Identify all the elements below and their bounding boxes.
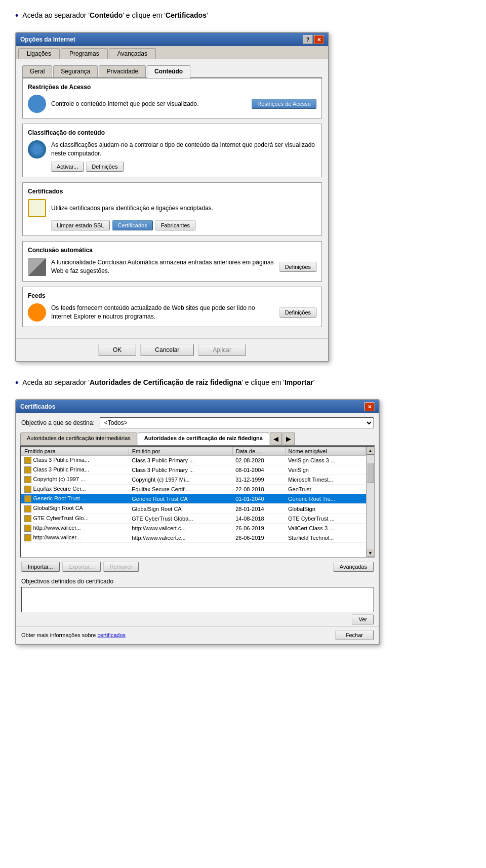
opcoes-internet-dialog: Opções da Internet ? ✕ Ligações Programa…	[15, 32, 329, 362]
cert-action-row: Importar... Exportar... Remover Avançada…	[16, 558, 379, 576]
col-nome[interactable]: Nome amigável	[285, 447, 366, 456]
dialog2-titlebar-buttons[interactable]: ✕	[364, 402, 375, 411]
ver-btn[interactable]: Ver	[352, 614, 374, 624]
dest-select[interactable]: <Todos>	[100, 417, 374, 428]
conclusao-text: A funcionalidade Conclusão Automática ar…	[51, 258, 274, 275]
cancelar-btn[interactable]: Cancelar	[140, 344, 194, 356]
limpar-ssl-btn[interactable]: Limpar estado SSL	[51, 220, 110, 230]
step1-text: Aceda ao separador 'Conteúdo' e clique e…	[22, 10, 208, 21]
tab-seguranca[interactable]: Segurança	[53, 65, 98, 77]
dialog2-title: Certificados	[20, 403, 55, 410]
cert-scrollbar[interactable]: ▲ ▼	[366, 447, 374, 557]
table-row[interactable]: Generic Root Trust ...Generic Root Trust…	[21, 494, 366, 504]
restricoes-text: Controle o conteúdo Internet que pode se…	[51, 100, 247, 108]
aplicar-btn[interactable]: Aplicar	[198, 344, 246, 356]
fabricantes-btn[interactable]: Fabricantes	[155, 220, 195, 230]
feeds-row: Os feeds fornecem conteúdo actualizado d…	[28, 303, 316, 322]
definicoes-classificacao-btn[interactable]: Definições	[86, 162, 123, 172]
help-button[interactable]: ?	[303, 35, 313, 44]
conclusao-row: A funcionalidade Conclusão Automática ar…	[28, 258, 316, 276]
dialog1-titlebar: Opções da Internet ? ✕	[16, 33, 328, 46]
col-emitido-para[interactable]: Emitido para	[21, 447, 129, 456]
conclusao-icon	[28, 258, 46, 276]
table-row[interactable]: Class 3 Public Prima...Class 3 Public Pr…	[21, 465, 366, 475]
dialog1-body: Geral Segurança Privacidade Conteúdo Res…	[16, 59, 328, 338]
restricoes-section: Restrições de Acesso Controle o conteúdo…	[22, 78, 322, 119]
certificados-btn[interactable]: Certificados	[112, 220, 153, 230]
certificados-link[interactable]: certificados	[97, 632, 126, 638]
table-row[interactable]: http://www.valicer...http://www.valicert…	[21, 523, 366, 533]
certificados-title: Certificados	[28, 188, 316, 195]
table-row[interactable]: GlobalSign Root CAGlobalSign Root CA28-0…	[21, 504, 366, 514]
table-row[interactable]: Equifax Secure Cer...Equifax Secure Cert…	[21, 485, 366, 494]
cert-table-header: Emitido para Emitido por Data de ... Nom…	[21, 447, 366, 456]
bullet-dot-1: •	[15, 9, 18, 23]
cert-cell-nome: GeoTrust	[285, 485, 366, 494]
step1-instruction: • Aceda ao separador 'Conteúdo' e clique…	[15, 10, 471, 23]
certificados-dialog: Certificados ✕ Objectivo a que se destin…	[15, 399, 380, 645]
cert-cell-emitido-para: GlobalSign Root CA	[21, 504, 129, 514]
definicoes-conclusao-btn[interactable]: Definições	[279, 262, 316, 272]
cert-view-row: Ver	[16, 612, 379, 626]
cert-tabs-row: Autoridades de certificação intermediári…	[20, 432, 375, 446]
tab-avancadas[interactable]: Avançadas	[109, 48, 156, 59]
ok-btn[interactable]: OK	[98, 344, 136, 356]
destination-row: Objectivo a que se destina: <Todos>	[16, 413, 379, 432]
table-row[interactable]: Copyright (c) 1997 ...Copyright (c) 1997…	[21, 475, 366, 485]
table-row[interactable]: GTE CyberTrust Glo...GTE CyberTrust Glob…	[21, 514, 366, 523]
tab-ligacoes[interactable]: Ligações	[18, 48, 60, 59]
cert-icon	[24, 534, 31, 541]
restricoes-icon	[28, 95, 46, 113]
dialog1-titlebar-buttons[interactable]: ? ✕	[303, 35, 324, 44]
exportar-btn[interactable]: Exportar...	[62, 562, 101, 572]
tab-arrow-right[interactable]: ▶	[282, 432, 295, 445]
tab-intermediarias[interactable]: Autoridades de certificação intermediári…	[20, 432, 137, 445]
classificacao-row: As classificações ajudam-no a controlar …	[28, 140, 316, 159]
cert-cell-data: 28-01-2014	[232, 504, 285, 514]
cert-cell-data: 08-01-2004	[232, 465, 285, 475]
table-row[interactable]: http://www.valicer...http://www.valicert…	[21, 533, 366, 542]
col-emitido-por[interactable]: Emitido por	[129, 447, 232, 456]
activar-btn[interactable]: Activar...	[51, 162, 84, 172]
restricoes-btn[interactable]: Restrições de Acesso	[252, 99, 316, 109]
cert-tabs-container: Autoridades de certificação intermediári…	[16, 432, 379, 446]
scroll-thumb[interactable]	[367, 463, 374, 483]
cert-cell-nome: VeriSign Class 3 ...	[285, 456, 366, 465]
conclusao-title: Conclusão automática	[28, 247, 316, 254]
col-data[interactable]: Data de ...	[232, 447, 285, 456]
cert-cell-emitido-por: GlobalSign Root CA	[129, 504, 232, 514]
tab-conteudo[interactable]: Conteúdo	[147, 65, 190, 78]
cert-icon	[24, 505, 31, 512]
step2-text: Aceda ao separador 'Autoridades de Certi…	[22, 377, 314, 388]
tab-programas[interactable]: Programas	[61, 48, 108, 59]
cert-cell-emitido-por: Class 3 Public Primary ...	[129, 465, 232, 475]
cert-cell-nome: ValiCert Class 3 ...	[285, 523, 366, 533]
cert-cell-data: 26-06-2019	[232, 523, 285, 533]
scroll-down-btn[interactable]: ▼	[367, 549, 375, 557]
definicoes-feeds-btn[interactable]: Definições	[279, 307, 316, 318]
cert-cell-emitido-para: http://www.valicer...	[21, 533, 129, 542]
cert-cell-nome: GlobalSign	[285, 504, 366, 514]
cert-cell-nome: Microsoft Timest...	[285, 475, 366, 485]
certificados-section: Certificados Utilize certificados para i…	[22, 182, 322, 236]
scroll-up-btn[interactable]: ▲	[367, 447, 375, 455]
table-row[interactable]: Class 3 Public Prima...Class 3 Public Pr…	[21, 456, 366, 465]
tab-arrow-left[interactable]: ◀	[270, 432, 282, 445]
importar-btn[interactable]: Importar...	[21, 562, 60, 572]
certificados-btns: Limpar estado SSL Certificados Fabricant…	[51, 220, 316, 230]
avancadas-btn[interactable]: Avançadas	[333, 562, 374, 572]
certificados-text: Utilize certificados para identificação …	[51, 204, 316, 213]
feeds-title: Feeds	[28, 292, 316, 299]
fechar-btn[interactable]: Fechar	[335, 630, 374, 640]
dialog2-close-button[interactable]: ✕	[364, 402, 375, 411]
cert-cell-emitido-para: Copyright (c) 1997 ...	[21, 475, 129, 485]
classificacao-section: Classificação do conteúdo As classificaç…	[22, 124, 322, 177]
tab-geral[interactable]: Geral	[22, 65, 52, 77]
tab-privacidade[interactable]: Privacidade	[99, 65, 146, 77]
cert-icon	[24, 525, 31, 532]
tab-raiz-fidedigna[interactable]: Autoridades de certificação de raiz fide…	[138, 432, 269, 445]
close-button[interactable]: ✕	[314, 35, 324, 44]
remover-btn[interactable]: Remover	[103, 562, 139, 572]
feeds-text: Os feeds fornecem conteúdo actualizado d…	[51, 304, 274, 321]
cert-cell-nome: GTE CyberTrust ...	[285, 514, 366, 523]
